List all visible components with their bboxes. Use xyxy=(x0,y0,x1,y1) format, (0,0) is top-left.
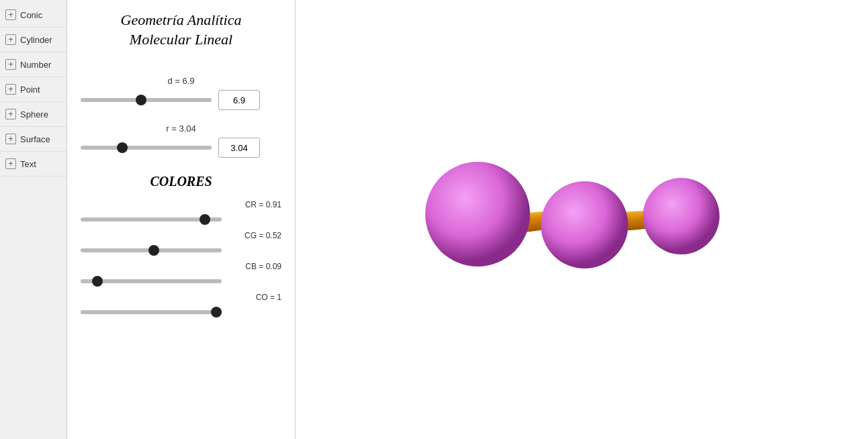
sidebar-label-sphere: Sphere xyxy=(20,109,48,119)
sidebar-label-point: Point xyxy=(20,85,40,95)
plus-icon-point: + xyxy=(5,84,16,95)
d-slider-group: d = 6.9 xyxy=(81,76,281,110)
cb-slider[interactable] xyxy=(81,279,222,283)
plus-icon-surface: + xyxy=(5,134,16,144)
d-slider[interactable] xyxy=(81,98,212,102)
sphere-middle xyxy=(541,181,628,269)
canvas-area xyxy=(296,0,868,439)
sidebar-label-surface: Surface xyxy=(20,134,50,144)
sidebar-label-text: Text xyxy=(20,159,36,169)
colores-title: COLORES xyxy=(81,174,281,189)
plus-icon-text: + xyxy=(5,158,16,169)
co-slider[interactable] xyxy=(81,310,222,314)
plus-icon-sphere: + xyxy=(5,109,16,119)
control-panel: Geometría Analítica Molecular Lineal d =… xyxy=(67,0,296,439)
co-label: CO = 1 xyxy=(81,293,281,302)
molecule-container xyxy=(414,119,750,320)
r-label: r = 3.04 xyxy=(81,124,281,134)
d-slider-row xyxy=(81,90,281,110)
sphere-left xyxy=(425,162,530,266)
sidebar-label-cylinder: Cylinder xyxy=(20,35,52,45)
sidebar: + Conic + Cylinder + Number + Point + Sp… xyxy=(0,0,67,439)
sidebar-item-text[interactable]: + Text xyxy=(0,152,67,177)
sidebar-item-conic[interactable]: + Conic xyxy=(0,3,67,28)
sidebar-item-sphere[interactable]: + Sphere xyxy=(0,102,67,127)
plus-icon-number: + xyxy=(5,59,16,70)
molecule-svg xyxy=(414,119,750,293)
r-value-input[interactable] xyxy=(218,138,260,158)
co-slider-group: CO = 1 xyxy=(81,293,281,317)
d-label: d = 6.9 xyxy=(81,76,281,86)
panel-title: Geometría Analítica Molecular Lineal xyxy=(81,11,281,49)
cr-slider-group: CR = 0.91 xyxy=(81,200,281,224)
cg-slider[interactable] xyxy=(81,248,222,252)
sidebar-label-conic: Conic xyxy=(20,10,42,20)
r-slider-row xyxy=(81,138,281,158)
sidebar-label-number: Number xyxy=(20,60,51,70)
d-value-input[interactable] xyxy=(218,90,260,110)
cg-label: CG = 0.52 xyxy=(81,231,281,240)
r-slider[interactable] xyxy=(81,146,212,150)
cg-slider-group: CG = 0.52 xyxy=(81,231,281,255)
sidebar-item-cylinder[interactable]: + Cylinder xyxy=(0,28,67,52)
cr-label: CR = 0.91 xyxy=(81,200,281,209)
cb-label: CB = 0.09 xyxy=(81,262,281,271)
cr-slider[interactable] xyxy=(81,217,222,222)
plus-icon-conic: + xyxy=(5,9,16,20)
plus-icon-cylinder: + xyxy=(5,34,16,45)
cb-slider-group: CB = 0.09 xyxy=(81,262,281,286)
sidebar-item-point[interactable]: + Point xyxy=(0,77,67,102)
sphere-right xyxy=(643,178,720,254)
sidebar-item-surface[interactable]: + Surface xyxy=(0,127,67,152)
r-slider-group: r = 3.04 xyxy=(81,124,281,158)
sidebar-item-number[interactable]: + Number xyxy=(0,52,67,77)
